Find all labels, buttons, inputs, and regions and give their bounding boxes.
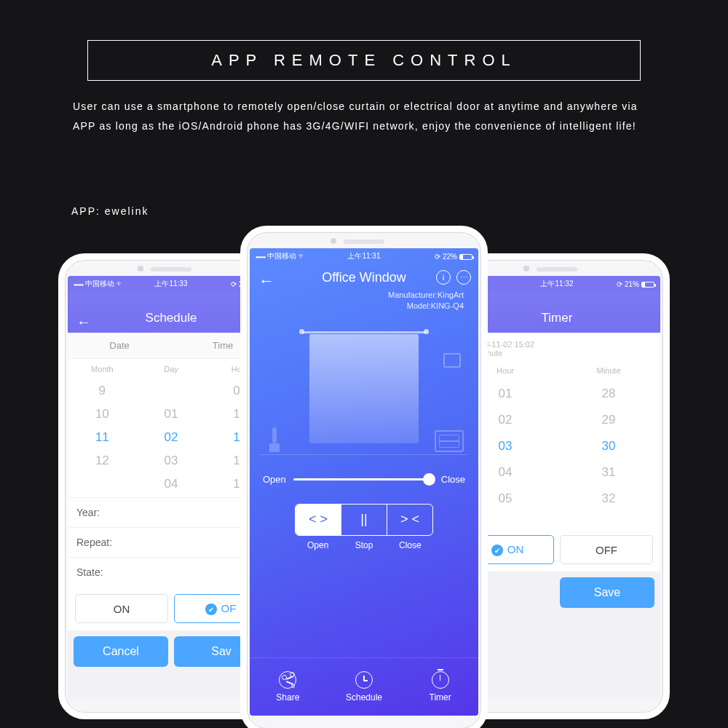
slider-open-label: Open (263, 474, 286, 485)
open-button[interactable]: < > (296, 505, 341, 535)
timer-icon (432, 671, 449, 689)
back-icon[interactable]: ← (76, 314, 91, 331)
state-on-button[interactable]: ON (75, 594, 168, 623)
wifi-icon: ᯤ (116, 280, 124, 288)
tab-date[interactable]: Date (68, 333, 171, 358)
app-name-label: APP: ewelink (71, 205, 149, 217)
control-segment: < > || > < (295, 504, 433, 536)
info-icon[interactable]: i (436, 270, 451, 285)
more-icon[interactable]: ⋯ (456, 270, 471, 285)
wifi-icon: ᯤ (298, 252, 306, 260)
screen-title: Timer (542, 311, 573, 325)
stop-button[interactable]: || (341, 505, 387, 535)
phone-device: 中国移动 ᯤ 上午11:31 ⟳ 22% ← Office Window i ⋯… (240, 226, 488, 728)
nav-schedule[interactable]: Schedule (326, 658, 403, 716)
back-icon[interactable]: ← (258, 272, 274, 290)
device-meta: Manufacturer:KingArt Model:KING-Q4 (260, 290, 464, 312)
cancel-button[interactable]: Cancel (74, 636, 168, 667)
state-off-button[interactable]: OFF (560, 535, 653, 564)
status-bar: 中国移动 ᯤ 上午11:31 ⟳ 22% (250, 248, 478, 264)
screen-title: Schedule (146, 311, 197, 325)
hero-description: User can use a smartphone to remotely op… (73, 97, 655, 135)
position-slider[interactable] (293, 478, 434, 480)
nav-share[interactable]: Share (250, 658, 326, 716)
nav-timer[interactable]: Timer (402, 658, 478, 716)
curtain-illustration (260, 324, 468, 462)
schedule-icon (355, 671, 373, 689)
share-icon (279, 671, 296, 689)
slider-close-label: Close (441, 474, 465, 485)
hero-title: APP REMOTE CONTROL (87, 40, 641, 81)
save-button[interactable]: Save (560, 577, 654, 608)
close-button[interactable]: > < (387, 505, 432, 535)
